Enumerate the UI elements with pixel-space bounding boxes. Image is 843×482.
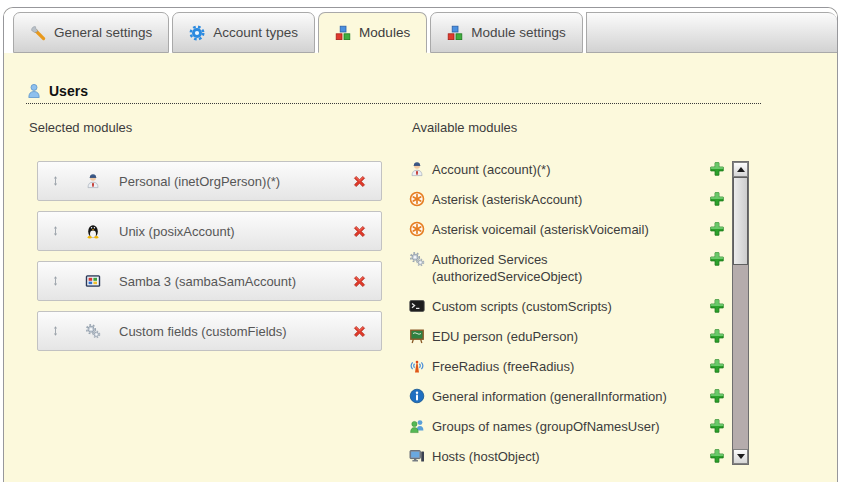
tab-label: Module settings xyxy=(471,25,566,40)
chalkboard-icon xyxy=(409,328,425,344)
section-title: Users xyxy=(49,83,88,99)
drag-handle-icon[interactable] xyxy=(50,274,61,288)
plus-icon xyxy=(709,161,725,177)
selected-modules-title: Selected modules xyxy=(29,120,409,135)
host-icon xyxy=(409,448,425,464)
selected-module-label: Custom fields (customFields) xyxy=(119,324,287,339)
available-module-row: Account (account)(*) xyxy=(409,161,725,178)
add-module-button[interactable] xyxy=(709,448,725,464)
tab-module-settings[interactable]: Module settings xyxy=(430,12,583,53)
remove-module-button[interactable] xyxy=(351,223,368,240)
tab-label: Modules xyxy=(359,25,410,40)
tab-account-types[interactable]: Account types xyxy=(172,12,315,53)
selected-module-label: Personal (inetOrgPerson)(*) xyxy=(119,174,280,189)
selected-modules-column: Selected modules Personal (inetOrgPerson… xyxy=(26,120,409,465)
tab-bar-filler xyxy=(586,12,837,53)
selected-module-label: Samba 3 (sambaSamAccount) xyxy=(119,274,296,289)
available-modules-title: Available modules xyxy=(412,120,749,135)
selected-module-label: Unix (posixAccount) xyxy=(119,224,235,239)
remove-module-button[interactable] xyxy=(351,273,368,290)
terminal-icon xyxy=(409,298,425,314)
plus-icon xyxy=(709,418,725,434)
available-module-label: Custom scripts (customScripts) xyxy=(432,298,612,315)
add-module-button[interactable] xyxy=(709,418,725,434)
available-modules-scrollbar[interactable] xyxy=(732,161,749,465)
gear-icon xyxy=(189,25,205,41)
available-module-label: Asterisk (asteriskAccount) xyxy=(432,191,582,208)
plus-icon xyxy=(709,448,725,464)
available-module-label: Hosts (hostObject) xyxy=(432,448,540,465)
person-icon xyxy=(85,173,101,189)
selected-module-row: Personal (inetOrgPerson)(*) xyxy=(37,161,382,201)
drag-handle-icon[interactable] xyxy=(50,324,61,338)
available-module-label: General information (generalInformation) xyxy=(432,388,667,405)
available-module-label: Asterisk voicemail (asteriskVoicemail) xyxy=(432,221,649,238)
delete-x-icon xyxy=(351,223,368,240)
section-header-users: Users xyxy=(26,83,761,104)
modules-content: Users Selected modules Personal (inetOrg… xyxy=(4,53,837,465)
available-module-label: FreeRadius (freeRadius) xyxy=(432,358,574,375)
group-icon xyxy=(409,418,425,434)
available-module-row: FreeRadius (freeRadius) xyxy=(409,358,725,375)
add-module-button[interactable] xyxy=(709,358,725,374)
selected-module-row: Samba 3 (sambaSamAccount) xyxy=(37,261,382,301)
add-module-button[interactable] xyxy=(709,251,725,267)
selected-module-row: Custom fields (customFields) xyxy=(37,311,382,351)
windows-icon xyxy=(85,273,101,289)
add-module-button[interactable] xyxy=(709,221,725,237)
modules-icon xyxy=(447,25,463,41)
config-panel: General settings Account types Modules M… xyxy=(3,7,838,482)
plus-icon xyxy=(709,328,725,344)
available-module-row: Custom scripts (customScripts) xyxy=(409,298,725,315)
add-module-button[interactable] xyxy=(709,388,725,404)
scroll-down-button[interactable] xyxy=(733,449,748,464)
antenna-icon xyxy=(409,358,425,374)
plus-icon xyxy=(709,221,725,237)
available-module-row: EDU person (eduPerson) xyxy=(409,328,725,345)
wrench-icon xyxy=(30,25,46,41)
plus-icon xyxy=(709,251,725,267)
user-icon xyxy=(26,83,42,99)
selected-module-row: Unix (posixAccount) xyxy=(37,211,382,251)
plus-icon xyxy=(709,358,725,374)
asterisk-icon xyxy=(409,191,425,207)
add-module-button[interactable] xyxy=(709,161,725,177)
available-module-row: Groups of names (groupOfNamesUser) xyxy=(409,418,725,435)
available-module-label: Groups of names (groupOfNamesUser) xyxy=(432,418,660,435)
penguin-icon xyxy=(85,223,101,239)
drag-handle-icon[interactable] xyxy=(50,224,61,238)
add-module-button[interactable] xyxy=(709,298,725,314)
scrollbar-thumb[interactable] xyxy=(733,177,748,265)
tab-label: General settings xyxy=(54,25,152,40)
available-module-row: Asterisk (asteriskAccount) xyxy=(409,191,725,208)
available-module-row: Authorized Services (authorizedServiceOb… xyxy=(409,251,725,285)
available-module-label: Authorized Services (authorizedServiceOb… xyxy=(432,251,604,285)
tab-label: Account types xyxy=(213,25,298,40)
remove-module-button[interactable] xyxy=(351,323,368,340)
delete-x-icon xyxy=(351,273,368,290)
plus-icon xyxy=(709,191,725,207)
tab-modules[interactable]: Modules xyxy=(318,12,427,53)
gears-icon xyxy=(85,323,101,339)
scroll-up-button[interactable] xyxy=(733,162,748,177)
gears-icon xyxy=(409,251,425,267)
drag-handle-icon[interactable] xyxy=(50,174,61,188)
available-module-row: General information (generalInformation) xyxy=(409,388,725,405)
add-module-button[interactable] xyxy=(709,191,725,207)
available-module-label: Account (account)(*) xyxy=(432,161,551,178)
selected-modules-list: Personal (inetOrgPerson)(*) Unix (posixA… xyxy=(37,161,382,351)
delete-x-icon xyxy=(351,323,368,340)
available-modules-list: Account (account)(*) Asterisk (asteriskA… xyxy=(409,161,725,465)
available-module-row: Asterisk voicemail (asteriskVoicemail) xyxy=(409,221,725,238)
tab-general-settings[interactable]: General settings xyxy=(13,12,169,53)
remove-module-button[interactable] xyxy=(351,173,368,190)
person-icon xyxy=(409,161,425,177)
available-modules-column: Available modules Account (account)(*) A… xyxy=(409,120,749,465)
tab-bar: General settings Account types Modules M… xyxy=(4,8,837,53)
plus-icon xyxy=(709,298,725,314)
available-module-label: EDU person (eduPerson) xyxy=(432,328,578,345)
add-module-button[interactable] xyxy=(709,328,725,344)
arrow-down-icon xyxy=(737,454,745,459)
plus-icon xyxy=(709,388,725,404)
delete-x-icon xyxy=(351,173,368,190)
